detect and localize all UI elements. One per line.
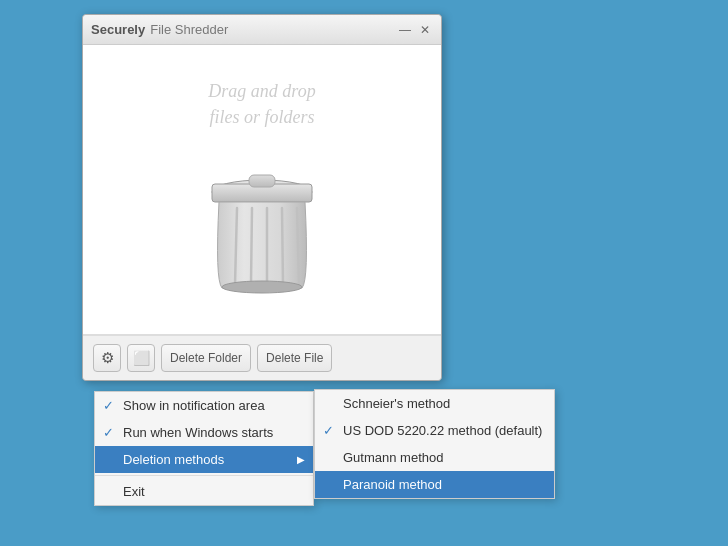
svg-rect-2 [249, 175, 275, 187]
menu-item-deletion-methods[interactable]: Deletion methods [95, 446, 313, 473]
title-bar-controls: — ✕ [397, 22, 433, 38]
delete-file-button[interactable]: Delete File [257, 344, 332, 372]
settings-button[interactable]: ⚙ [93, 344, 121, 372]
main-window: Securely File Shredder — ✕ Drag and drop… [82, 14, 442, 381]
delete-folder-button[interactable]: Delete Folder [161, 344, 251, 372]
app-brand: Securely [91, 22, 145, 37]
trash-container: Drag and drop files or folders [197, 79, 327, 299]
svg-line-6 [282, 208, 283, 284]
menu-item-exit[interactable]: Exit [95, 478, 313, 505]
menu-separator [95, 475, 313, 476]
drop-area[interactable]: Drag and drop files or folders [83, 45, 441, 335]
clear-button[interactable]: ⬜ [127, 344, 155, 372]
svg-point-8 [222, 281, 302, 293]
gear-icon: ⚙ [101, 349, 114, 367]
drag-drop-text: Drag and drop files or folders [208, 79, 315, 129]
toolbar: ⚙ ⬜ Delete Folder Delete File [83, 335, 441, 380]
bin-icon: ⬜ [133, 350, 150, 366]
app-title-rest: File Shredder [150, 22, 228, 37]
context-menu: Show in notification area Run when Windo… [94, 391, 314, 506]
submenu-item-usdod[interactable]: US DOD 5220.22 method (default) [315, 417, 554, 444]
menu-item-run-windows-starts[interactable]: Run when Windows starts [95, 419, 313, 446]
menu-item-show-notification[interactable]: Show in notification area [95, 392, 313, 419]
submenu-deletion-methods: Schneier's method US DOD 5220.22 method … [314, 389, 555, 499]
minimize-button[interactable]: — [397, 22, 413, 38]
svg-line-4 [251, 208, 252, 284]
title-bar-left: Securely File Shredder [91, 22, 228, 37]
title-bar: Securely File Shredder — ✕ [83, 15, 441, 45]
trash-can-icon [197, 140, 327, 300]
close-button[interactable]: ✕ [417, 22, 433, 38]
submenu-item-paranoid[interactable]: Paranoid method [315, 471, 554, 498]
submenu-item-gutmann[interactable]: Gutmann method [315, 444, 554, 471]
submenu-item-schneier[interactable]: Schneier's method [315, 390, 554, 417]
